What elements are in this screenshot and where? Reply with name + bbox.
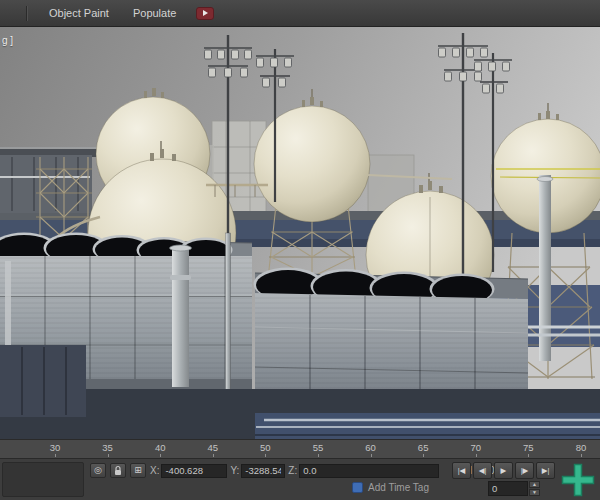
- coordinate-field: Z:: [288, 464, 439, 478]
- absolute-offset-mode-toggle[interactable]: ⊞: [130, 463, 146, 478]
- maxscript-mini-listener[interactable]: [2, 462, 84, 497]
- coordinate-input[interactable]: [161, 464, 227, 478]
- animation-playback-controls: |◀◀|▶|▶▶|: [452, 462, 555, 479]
- viewport-3d-scene[interactable]: [0, 27, 600, 439]
- timeline-tick[interactable]: 50: [254, 442, 276, 453]
- coordinate-input[interactable]: [241, 464, 285, 478]
- next-frame-button[interactable]: |▶: [515, 462, 534, 479]
- timeline-track-bar[interactable]: 3035404550556065707580: [0, 439, 600, 459]
- plus-icon: [561, 463, 595, 497]
- transform-type-in: X: Y: Z:: [150, 464, 439, 478]
- time-tag-icon: [352, 482, 363, 493]
- coordinate-label: Z:: [288, 465, 297, 476]
- add-button[interactable]: [561, 463, 595, 497]
- coordinate-field: X:: [150, 464, 227, 478]
- play-button[interactable]: ▶: [494, 462, 513, 479]
- tab-object-paint[interactable]: Object Paint: [37, 7, 121, 19]
- frame-spinner-input[interactable]: [488, 481, 528, 496]
- play-triangle-icon: [203, 10, 208, 16]
- timeline-tick[interactable]: 35: [97, 442, 119, 453]
- go-to-end-button[interactable]: ▶|: [536, 462, 555, 479]
- timeline-tick[interactable]: 75: [517, 442, 539, 453]
- viewport-label: g ]: [2, 35, 13, 46]
- toolbar-separator: [26, 6, 27, 21]
- status-bar: ◎ ⊞ X: Y: Z:: [0, 459, 600, 500]
- timeline-tick[interactable]: 70: [465, 442, 487, 453]
- play-badge-icon[interactable]: [196, 7, 214, 20]
- timeline-tick[interactable]: 55: [307, 442, 329, 453]
- toolbar-tabs: Object PaintPopulate: [37, 7, 188, 19]
- timeline-tick[interactable]: 80: [570, 442, 592, 453]
- status-row-coordinates: ◎ ⊞ X: Y: Z:: [90, 463, 509, 478]
- coordinate-label: Y:: [230, 465, 239, 476]
- selection-lock-toggle[interactable]: [110, 463, 126, 478]
- timeline-tick[interactable]: 65: [412, 442, 434, 453]
- frame-spinner: ▲ ▼: [488, 481, 540, 496]
- tab-populate[interactable]: Populate: [121, 7, 188, 19]
- timeline-tick[interactable]: 40: [149, 442, 171, 453]
- isolate-selection-toggle[interactable]: ◎: [90, 463, 106, 478]
- go-to-start-button[interactable]: |◀: [452, 462, 471, 479]
- coordinate-label: X:: [150, 465, 159, 476]
- timeline-tick[interactable]: 30: [44, 442, 66, 453]
- spinner-arrows: ▲ ▼: [529, 481, 540, 496]
- timeline-ticks: 3035404550556065707580: [44, 442, 592, 453]
- viewport-3d[interactable]: g ]: [0, 27, 600, 439]
- add-time-tag-label: Add Time Tag: [368, 482, 429, 493]
- top-toolbar: Object PaintPopulate: [0, 0, 600, 27]
- add-time-tag[interactable]: Add Time Tag: [352, 482, 429, 493]
- timeline-tick[interactable]: 45: [202, 442, 224, 453]
- spinner-up-button[interactable]: ▲: [529, 481, 540, 488]
- timeline-tick[interactable]: 60: [360, 442, 382, 453]
- spinner-down-button[interactable]: ▼: [529, 489, 540, 496]
- previous-frame-button[interactable]: ◀|: [473, 462, 492, 479]
- coordinate-input[interactable]: [299, 464, 439, 478]
- lock-icon: [113, 465, 123, 476]
- application-window: Object PaintPopulate: [0, 0, 600, 500]
- coordinate-field: Y:: [230, 464, 285, 478]
